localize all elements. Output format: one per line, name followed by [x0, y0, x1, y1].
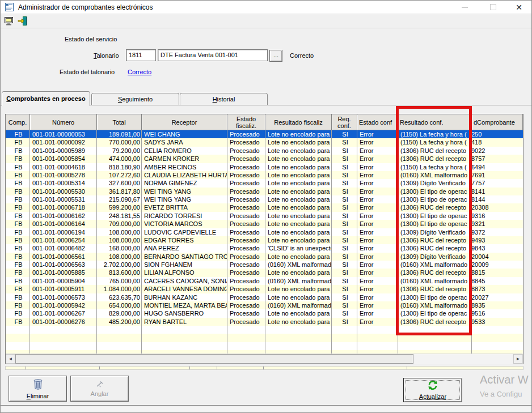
tab-historial[interactable]: Historial [180, 93, 268, 105]
cell: SI [332, 138, 357, 146]
anular-icon [96, 381, 104, 389]
minimize-button[interactable] [452, 1, 477, 14]
cell: Procesado [227, 195, 265, 203]
cell: Procesado [227, 301, 265, 309]
service-status-value: Correcto [290, 52, 314, 59]
talonario-status-label: Estado del talonario [60, 69, 115, 75]
cell: 20308 [472, 203, 523, 211]
cell: 9843 [472, 244, 523, 252]
column-header-dcomprobante: dComprobante [472, 114, 523, 130]
monitor-icon[interactable] [3, 15, 14, 26]
cell: FB [6, 236, 30, 244]
cell: 001-001-00005942 [30, 301, 97, 309]
cell: Lote no encolado para p [265, 220, 332, 228]
cell: 001-001-00006573 [30, 293, 97, 301]
trash-icon [33, 378, 43, 391]
column-header-resultado-fiscaliz: Resultado fiscaliz [265, 114, 332, 130]
toolbar [1, 14, 531, 28]
cell: Error [357, 179, 398, 187]
cell: NORMA GIMENEZ [142, 179, 227, 187]
column-separator [227, 130, 227, 354]
cell: 6494 [472, 163, 523, 171]
cell: 654.000,00 [97, 301, 142, 309]
cell: Error [357, 244, 398, 252]
cell: SI [332, 236, 357, 244]
cell: SI [332, 228, 357, 236]
exit-icon[interactable] [17, 15, 28, 26]
scroll-right-arrow-icon[interactable]: ► [513, 354, 523, 364]
cell: HUGO SANSBERRO [142, 309, 227, 317]
cell: Error [357, 220, 398, 228]
cell: 001-001-00006276 [30, 318, 97, 326]
cell: Procesado [227, 277, 265, 285]
cell: Error [357, 171, 398, 179]
cell: EVETZ BRITTA [142, 203, 227, 211]
cell: 108.000,00 [97, 236, 142, 244]
windows-activation-watermark-line2: Ve a Configu [480, 390, 522, 398]
cell: 001-001-00005904 [30, 277, 97, 285]
cell: 623.635,70 [97, 293, 142, 301]
cell: 8873 [472, 285, 523, 293]
horizontal-scrollbar[interactable]: ◄ ► [6, 354, 523, 364]
talonario-description-input[interactable]: DTE Factura Venta 001-001 [158, 49, 268, 61]
talonario-number-input[interactable]: 1811 [126, 49, 156, 61]
close-button[interactable]: ✕ [506, 1, 531, 14]
cell: 001-001-00005314 [30, 179, 97, 187]
service-status-label: Estado del servicio [65, 36, 117, 42]
cell: SI [332, 269, 357, 276]
cell: SI [332, 203, 357, 211]
cell: Error [357, 318, 398, 326]
cell: 7757 [472, 179, 523, 187]
cell: CLAUDIA ELIZABETH HURTA [142, 171, 227, 179]
cell: SI [332, 147, 357, 155]
cell: 001-001-00005530 [30, 188, 97, 195]
browse-button[interactable]: ... [269, 50, 282, 62]
scroll-left-arrow-icon[interactable]: ◄ [6, 354, 15, 364]
cell: FB [6, 138, 30, 146]
cell: 001-001-00006563 [30, 261, 97, 269]
cell: Procesado [227, 212, 265, 220]
cell: SI [332, 277, 357, 285]
cell: FB [6, 261, 30, 269]
cell: Error [357, 277, 398, 285]
cell: 361.817,80 [97, 188, 142, 195]
cell: FB [6, 130, 30, 138]
cell: Lote no encolado para p [265, 188, 332, 195]
cell: FB [6, 301, 30, 309]
eliminar-button[interactable]: Eliminar [9, 376, 67, 402]
cell: WEI TING YANG [142, 195, 227, 203]
cell: LUDOVIC CAPDEVIELLE [142, 228, 227, 236]
cell: 001-001-00005989 [30, 147, 97, 155]
strip-tick [263, 367, 264, 369]
column-header-numero: Número [30, 114, 97, 130]
cell: SI [332, 244, 357, 252]
cell: Lote no encolado para p [265, 236, 332, 244]
cell: 7691 [472, 171, 523, 179]
cell: Error [357, 236, 398, 244]
cell: 20009 [472, 261, 523, 269]
cell: Lote no encolado para p [265, 285, 332, 293]
talonario-label: Talonario [94, 52, 119, 59]
maximize-button[interactable] [480, 1, 505, 14]
cell: 9022 [472, 147, 523, 155]
cell: Procesado [227, 293, 265, 301]
cell: Procesado [227, 171, 265, 179]
cell: 327.600,00 [97, 179, 142, 187]
scrollbar-thumb[interactable] [15, 354, 413, 364]
tab-comprobantes-en-proceso[interactable]: Comprobantes en proceso [2, 91, 90, 106]
tab-seguimiento[interactable]: Seguimiento [91, 93, 179, 105]
cell: 485.200,00 [97, 318, 142, 326]
cell: 20004 [472, 253, 523, 261]
cell: SI [332, 318, 357, 326]
anular-button[interactable]: Anular [70, 376, 129, 402]
cell: 418 [472, 138, 523, 146]
cell: FB [6, 244, 30, 252]
cell: 001-001-00005911 [30, 285, 97, 293]
actualizar-button[interactable]: Actualizar [403, 378, 462, 402]
cell: FB [6, 318, 30, 326]
cell: FB [6, 309, 30, 317]
cell: 765.000,00 [97, 277, 142, 285]
cell: 001-001-00005531 [30, 195, 97, 203]
talonario-status-link[interactable]: Correcto [128, 69, 151, 75]
cell: BERNARDO SANTIAGO TROC [142, 253, 227, 261]
